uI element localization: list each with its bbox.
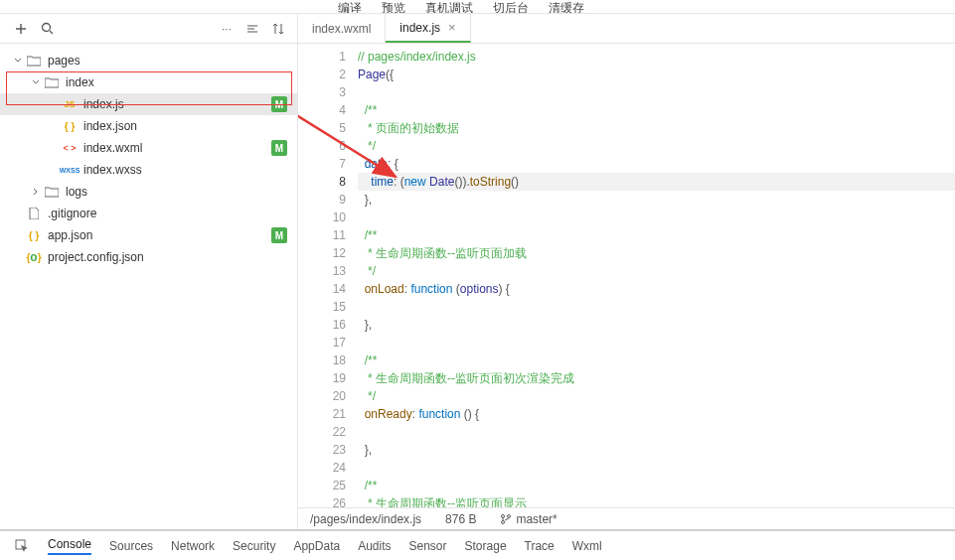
- svg-point-0: [42, 24, 50, 32]
- code-line[interactable]: * 生命周期函数--监听页面显示: [358, 494, 955, 507]
- status-branch[interactable]: master*: [500, 512, 557, 526]
- code-line[interactable]: */: [358, 262, 955, 280]
- status-size: 876 B: [445, 512, 476, 526]
- git-branch-icon: [500, 513, 512, 525]
- tree-item-index-js[interactable]: JSindex.jsM: [0, 93, 297, 115]
- tab-index-wxml[interactable]: index.wxml: [298, 14, 386, 43]
- line-number: 19: [298, 369, 346, 387]
- devtools-storage[interactable]: Storage: [465, 539, 507, 553]
- tree-item-pages[interactable]: pages: [0, 50, 297, 71]
- code-line[interactable]: [358, 83, 955, 101]
- code-line[interactable]: * 生命周期函数--监听页面加载: [358, 244, 955, 262]
- code-line[interactable]: },: [358, 441, 955, 459]
- code-line[interactable]: */: [358, 137, 955, 155]
- tree-item-label: .gitignore: [48, 207, 287, 220]
- code-line[interactable]: // pages/index/index.js: [358, 48, 955, 66]
- devtools-sensor[interactable]: Sensor: [409, 539, 447, 553]
- line-number: 24: [298, 459, 346, 477]
- code-line[interactable]: },: [358, 316, 955, 334]
- svg-point-1: [502, 514, 505, 517]
- line-number: 4: [298, 101, 346, 119]
- file-type-icon: WXSS: [62, 163, 78, 177]
- top-menu: 编译 预览 真机调试 切后台 清缓存: [0, 0, 955, 14]
- menu-preview[interactable]: 预览: [382, 0, 405, 14]
- code-line[interactable]: },: [358, 191, 955, 209]
- code-line[interactable]: data: {: [358, 155, 955, 173]
- close-icon[interactable]: ×: [448, 20, 456, 35]
- tree-item--gitignore[interactable]: .gitignore: [0, 203, 297, 224]
- tab-label: index.js: [399, 21, 440, 35]
- code-line[interactable]: * 页面的初始数据: [358, 119, 955, 137]
- tree-item-label: app.json: [48, 228, 271, 242]
- add-icon[interactable]: [14, 22, 28, 36]
- tree-item-index[interactable]: index: [0, 71, 297, 93]
- chevron-icon: [48, 98, 60, 110]
- code-line[interactable]: */: [358, 387, 955, 405]
- code-line[interactable]: [358, 298, 955, 316]
- svg-point-3: [508, 514, 511, 517]
- code-line[interactable]: /**: [358, 101, 955, 119]
- line-number: 2: [298, 66, 346, 83]
- code-area[interactable]: // pages/index/index.jsPage({ /** * 页面的初…: [358, 44, 955, 507]
- tree-item-label: index.json: [83, 119, 287, 133]
- tree-item-label: index.js: [83, 97, 271, 111]
- line-number: 12: [298, 244, 346, 262]
- devtools-network[interactable]: Network: [171, 539, 215, 553]
- tree-item-project-config-json[interactable]: {o}project.config.json: [0, 246, 297, 268]
- code-line[interactable]: [358, 209, 955, 226]
- tree-item-logs[interactable]: logs: [0, 181, 297, 203]
- menu-debug[interactable]: 真机调试: [425, 0, 473, 14]
- chevron-icon: [12, 251, 24, 263]
- code-line[interactable]: Page({: [358, 66, 955, 83]
- menu-background[interactable]: 切后台: [493, 0, 529, 14]
- code-line[interactable]: [358, 423, 955, 441]
- devtools-console[interactable]: Console: [48, 537, 91, 555]
- code-line[interactable]: * 生命周期函数--监听页面初次渲染完成: [358, 369, 955, 387]
- code-line[interactable]: [358, 459, 955, 477]
- code-line[interactable]: /**: [358, 226, 955, 244]
- line-number: 7: [298, 155, 346, 173]
- devtools-appdata[interactable]: AppData: [293, 539, 340, 553]
- line-number: 11: [298, 226, 346, 244]
- status-path: /pages/index/index.js: [310, 512, 421, 526]
- code-line[interactable]: /**: [358, 477, 955, 494]
- file-type-icon: [26, 54, 42, 68]
- line-number: 6: [298, 137, 346, 155]
- code-line[interactable]: /**: [358, 351, 955, 369]
- devtools-bar: Console Sources Network Security AppData…: [0, 530, 955, 560]
- file-type-icon: JS: [62, 97, 78, 111]
- tree-item-app-json[interactable]: { }app.jsonM: [0, 224, 297, 246]
- tree-item-index-json[interactable]: { }index.json: [0, 115, 297, 137]
- more-icon[interactable]: ···: [220, 22, 234, 36]
- sort-icon[interactable]: [271, 22, 285, 36]
- file-tree[interactable]: pagesindexJSindex.jsM{ }index.json< >ind…: [0, 44, 297, 529]
- devtools-sources[interactable]: Sources: [109, 539, 153, 553]
- devtools-trace[interactable]: Trace: [525, 539, 555, 553]
- line-number: 20: [298, 387, 346, 405]
- tree-item-index-wxss[interactable]: WXSSindex.wxss: [0, 159, 297, 181]
- code-line[interactable]: onLoad: function (options) {: [358, 280, 955, 298]
- line-number: 22: [298, 423, 346, 441]
- chevron-icon: [30, 76, 42, 88]
- line-number: 15: [298, 298, 346, 316]
- line-number: 5: [298, 119, 346, 137]
- menu-compile[interactable]: 编译: [338, 0, 362, 14]
- tree-item-label: project.config.json: [48, 250, 287, 264]
- line-number: 13: [298, 262, 346, 280]
- modified-badge: M: [271, 96, 287, 112]
- menu-clearcache[interactable]: 清缓存: [549, 0, 584, 14]
- code-line[interactable]: onReady: function () {: [358, 405, 955, 423]
- tab-index-js[interactable]: index.js×: [386, 14, 470, 43]
- search-icon[interactable]: [40, 22, 54, 36]
- main-area: ··· pagesindexJSindex.jsM{ }index.json< …: [0, 14, 955, 530]
- devtools-audits[interactable]: Audits: [358, 539, 391, 553]
- inspect-icon[interactable]: [14, 538, 30, 554]
- code-line[interactable]: time: (new Date()).toString(): [358, 173, 955, 191]
- collapse-icon[interactable]: [245, 22, 259, 36]
- sidebar: ··· pagesindexJSindex.jsM{ }index.json< …: [0, 14, 298, 529]
- devtools-wxml[interactable]: Wxml: [572, 539, 602, 553]
- line-number: 25: [298, 477, 346, 494]
- code-line[interactable]: [358, 334, 955, 351]
- devtools-security[interactable]: Security: [233, 539, 275, 553]
- tree-item-index-wxml[interactable]: < >index.wxmlM: [0, 137, 297, 159]
